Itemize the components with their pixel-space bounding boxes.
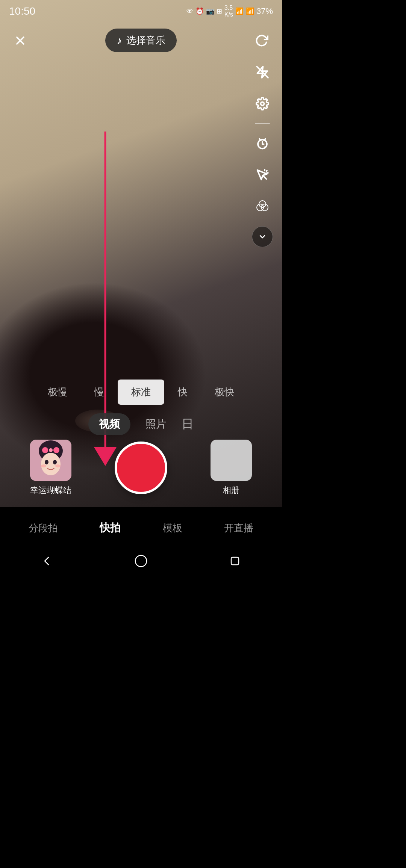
speed-selector: 极慢 慢 标准 快 极快 xyxy=(0,380,282,405)
svg-point-27 xyxy=(135,555,147,567)
flip-camera-button[interactable] xyxy=(250,29,273,52)
album-button[interactable]: 相册 xyxy=(211,440,252,496)
mode-photo[interactable]: 照片 xyxy=(145,417,167,431)
nav-segmented-capture[interactable]: 分段拍 xyxy=(21,519,65,538)
effect-filter-button[interactable]: 幸运蝴蝶结 xyxy=(30,440,71,496)
back-icon xyxy=(40,554,54,568)
beauty-icon xyxy=(255,199,270,214)
divider xyxy=(255,123,270,124)
svg-point-25 xyxy=(53,447,59,453)
recent-apps-icon xyxy=(228,554,242,568)
effects-button[interactable] xyxy=(250,163,274,187)
svg-point-24 xyxy=(42,447,48,453)
record-button[interactable] xyxy=(115,442,167,494)
capture-mode-selector: 视频 照片 日 xyxy=(0,410,282,439)
svg-point-26 xyxy=(49,448,53,452)
album-label: 相册 xyxy=(223,485,239,496)
recent-apps-button[interactable] xyxy=(226,552,244,570)
nav-quick-capture[interactable]: 快拍 xyxy=(92,518,128,538)
system-nav-bar xyxy=(0,546,282,576)
status-time: 10:50 xyxy=(9,5,35,17)
close-button[interactable] xyxy=(9,29,32,52)
chevron-down-icon xyxy=(258,232,267,241)
speed-options-list: 极慢 慢 标准 快 极快 xyxy=(0,380,282,405)
speed-item-slow[interactable]: 慢 xyxy=(81,380,118,405)
svg-point-22 xyxy=(41,464,46,467)
nav-live-stream[interactable]: 开直播 xyxy=(217,519,261,538)
bottom-nav: 分段拍 快拍 模板 开直播 xyxy=(0,513,282,543)
back-button[interactable] xyxy=(38,552,56,570)
effects-icon xyxy=(256,168,269,182)
beauty-button[interactable] xyxy=(250,195,274,219)
svg-point-23 xyxy=(55,464,61,467)
flash-toggle-button[interactable] xyxy=(250,60,274,84)
music-label: 选择音乐 xyxy=(126,34,165,47)
settings-button[interactable] xyxy=(250,92,274,116)
vibrate-icon: ⊞ xyxy=(217,7,222,15)
avatar-image xyxy=(30,440,71,481)
mode-video[interactable]: 视频 xyxy=(88,413,130,435)
svg-line-10 xyxy=(267,171,267,171)
svg-text:3: 3 xyxy=(264,145,265,149)
svg-point-20 xyxy=(45,460,48,464)
svg-rect-28 xyxy=(231,557,239,565)
effect-label: 幸运蝴蝶结 xyxy=(30,485,71,496)
svg-line-6 xyxy=(259,139,261,141)
close-icon xyxy=(14,34,27,47)
nav-template[interactable]: 模板 xyxy=(155,519,190,538)
network-speed: 3.5K/s xyxy=(224,5,233,18)
signal-icon: 📶 xyxy=(246,7,254,15)
right-controls: 3 xyxy=(250,60,274,247)
alarm-icon: ⏰ xyxy=(195,7,204,15)
settings-icon xyxy=(256,97,269,110)
home-icon xyxy=(134,554,148,568)
eye-icon: 👁 xyxy=(186,8,193,15)
music-icon: ♪ xyxy=(117,35,122,47)
expand-controls-button[interactable] xyxy=(252,226,273,247)
svg-point-4 xyxy=(261,102,264,106)
timer-icon: 3 xyxy=(256,137,269,150)
battery-level: 37% xyxy=(256,6,273,16)
status-icons: 👁 ⏰ 📷 ⊞ 3.5K/s 📶 📶 37% xyxy=(186,5,273,18)
home-button[interactable] xyxy=(132,552,150,570)
speed-item-very-fast[interactable]: 极快 xyxy=(201,380,248,405)
capture-area: 幸运蝴蝶结 相册 xyxy=(0,440,282,496)
status-bar: 10:50 👁 ⏰ 📷 ⊞ 3.5K/s 📶 📶 37% xyxy=(0,0,282,23)
svg-line-7 xyxy=(264,139,265,141)
mode-day[interactable]: 日 xyxy=(182,416,194,432)
svg-point-21 xyxy=(53,460,57,464)
top-controls: ♪ 选择音乐 xyxy=(0,23,282,58)
flip-camera-icon xyxy=(255,34,268,47)
album-thumbnail xyxy=(211,440,252,481)
timer-button[interactable]: 3 xyxy=(250,132,274,156)
svg-point-19 xyxy=(41,453,61,475)
camera-status-icon: 📷 xyxy=(206,7,214,15)
wifi-icon: 📶 xyxy=(235,7,244,15)
flash-off-icon xyxy=(256,65,269,79)
speed-item-standard[interactable]: 标准 xyxy=(118,380,164,405)
effect-thumbnail xyxy=(30,440,71,481)
speed-item-very-slow[interactable]: 极慢 xyxy=(34,380,81,405)
speed-item-fast[interactable]: 快 xyxy=(164,380,201,405)
music-select-button[interactable]: ♪ 选择音乐 xyxy=(105,29,177,52)
